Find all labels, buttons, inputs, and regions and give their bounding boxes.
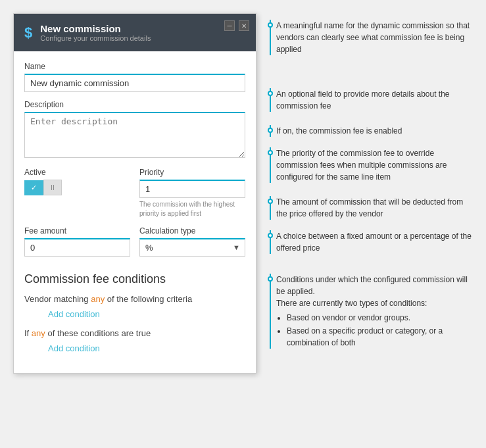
fee-calc-row: Fee amount Calculation type % Fixed ▼ [24,226,245,264]
annotation-dot [268,199,273,204]
modal-body: Name Description Active ✓ II [14,51,256,373]
if-condition-label: If any of these conditions are true [24,328,245,338]
any-highlight-2: any [32,328,45,338]
description-annotation: An optional field to provide more detail… [270,88,473,112]
add-condition-2-link[interactable]: Add condition [48,343,100,353]
name-annotation: A meaningful name for the dynamic commis… [270,20,473,55]
toggle-off-button[interactable]: II [43,180,62,195]
priority-annotation: The priority of the commission fee to ov… [270,147,473,183]
condition-bullet-1: Based on vendor or vendor groups. [287,312,473,324]
annotation-dot [268,128,273,133]
active-priority-row: Active ✓ II Priority The commission with… [24,168,245,226]
condition-bullet-2: Based on a specific product or category,… [287,325,473,349]
conditions-annotation: Conditions under which the configured co… [270,274,473,349]
close-button[interactable]: ✕ [239,20,249,31]
annotation-dot [268,91,273,96]
conditions-list: Based on vendor or vendor groups. Based … [276,312,473,349]
priority-label: Priority [139,168,245,177]
main-container: $ New commission Configure your commissi… [13,13,473,374]
vendor-condition-label: Vendor matching any of the following cri… [24,294,245,304]
fee-amount-label: Fee amount [24,226,130,236]
modal-subtitle: Configure your commission details [40,34,151,42]
conditions-section: Commission fee conditions Vendor matchin… [24,267,245,362]
calc-annotation: A choice between a fixed amount or a per… [270,230,473,254]
active-field-group: Active ✓ II [24,168,130,218]
annotations-panel: A meaningful name for the dynamic commis… [270,13,473,374]
priority-input[interactable] [139,180,245,198]
toggle-container: ✓ II [24,180,130,195]
conditions-title: Commission fee conditions [24,267,245,286]
active-annotation: If on, the commission fee is enabled [270,125,473,137]
description-textarea[interactable] [24,112,245,158]
calc-type-field-group: Calculation type % Fixed ▼ [139,226,245,257]
annotation-dot [268,276,273,282]
priority-field-group: Priority The commission with the highest… [139,168,245,218]
active-label: Active [24,168,130,177]
modal-panel: $ New commission Configure your commissi… [13,13,256,374]
name-input[interactable] [24,74,245,92]
annotation-dot [268,22,273,28]
description-field-group: Description [24,100,245,160]
dollar-icon: $ [24,24,32,41]
any-highlight-1: any [91,294,105,304]
annotation-dot [268,233,273,238]
checkmark-icon: ✓ [31,184,37,192]
name-field-group: Name [24,62,245,92]
calc-type-label: Calculation type [139,226,245,236]
annotation-dot [268,150,273,155]
modal-title: New commission [40,23,151,34]
fee-amount-field-group: Fee amount [24,226,130,257]
priority-hint: The commission with the highest priority… [139,200,245,218]
fee-amount-input[interactable] [24,238,130,257]
name-label: Name [24,62,245,71]
minimize-button[interactable]: ─ [224,20,235,31]
fee-annotation: The amount of commission that will be de… [270,196,473,220]
calc-type-select-wrapper: % Fixed ▼ [139,238,245,257]
add-condition-1-link[interactable]: Add condition [48,309,100,319]
calc-type-select[interactable]: % Fixed [139,238,245,257]
modal-header: $ New commission Configure your commissi… [14,14,256,51]
modal-controls: ─ ✕ [224,20,249,31]
toggle-on-button[interactable]: ✓ [24,180,43,195]
description-label: Description [24,100,245,109]
